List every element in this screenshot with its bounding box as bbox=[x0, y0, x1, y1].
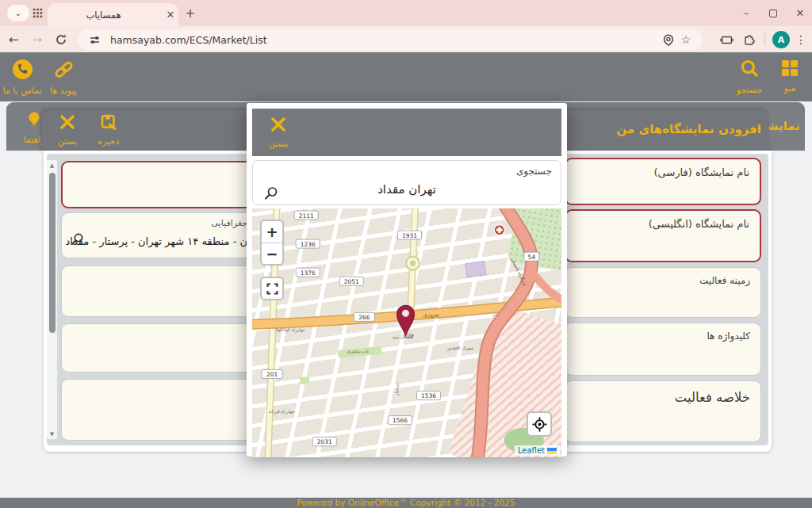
search-icon bbox=[739, 59, 760, 82]
map-overlay: پیروزی بزرگراه یاسینی چهارراه کوکاکولا چ… bbox=[252, 208, 561, 457]
leaflet-map[interactable]: پیروزی بزرگراه یاسینی چهارراه کوکاکولا چ… bbox=[252, 208, 561, 457]
map-badge: 266 bbox=[358, 314, 370, 321]
extensions-icon[interactable] bbox=[740, 33, 757, 46]
site-info-icon[interactable] bbox=[86, 34, 103, 46]
form-scrollbar[interactable]: ▲ ▼ bbox=[47, 160, 57, 439]
contact-us-label: تماس با ما bbox=[3, 86, 42, 96]
exhibition-name-fa-field[interactable]: نام نمایشگاه (فارسی) bbox=[565, 158, 761, 205]
address-bar[interactable]: hamsayab.com/ECS/Market/List ☆ bbox=[78, 29, 703, 50]
browser-window: ⌄ همسایاب ✕ + – ✕ ← → hamsayab.com/ECS/M… bbox=[0, 0, 812, 508]
geo-location-value: ن - منطقه ۱۴ شهر تهران - پرستار - مقداد bbox=[66, 235, 248, 247]
map-label-shokouri: نادر شکوری bbox=[347, 349, 370, 354]
tab-title: همسایاب bbox=[48, 10, 159, 21]
reload-icon[interactable] bbox=[51, 29, 71, 50]
new-tab-button[interactable]: + bbox=[182, 6, 198, 21]
scroll-down-icon[interactable]: ▼ bbox=[47, 429, 57, 439]
exhibition-name-fa-label: نام نمایشگاه (فارسی) bbox=[654, 166, 749, 178]
search-button[interactable]: جستجو bbox=[727, 59, 772, 95]
activity-field-label: زمینه فعالیت bbox=[699, 275, 750, 286]
map-label-farzaneh: چهارراه فرزانه bbox=[268, 409, 294, 414]
lightbulb-icon bbox=[25, 110, 43, 132]
activity-summary-label: خلاصه فعالیت bbox=[675, 390, 750, 405]
page-content: نمایشگ راهنما افزودن نمایشگاه‌های من بست… bbox=[0, 101, 812, 508]
map-zoom-control: + − bbox=[260, 220, 284, 265]
map-search-icon[interactable] bbox=[264, 186, 278, 204]
map-attribution: Leaflet bbox=[515, 445, 560, 456]
navbar-right-group: A ⋮ bbox=[718, 29, 807, 50]
geo-search-icon[interactable] bbox=[71, 232, 84, 249]
bookmark-star-icon[interactable]: ☆ bbox=[677, 33, 695, 46]
scrollbar-thumb[interactable] bbox=[49, 173, 56, 333]
profile-avatar[interactable]: A bbox=[772, 31, 790, 48]
map-search-value[interactable]: تهران مقداد bbox=[253, 182, 561, 197]
menu-button[interactable]: منو bbox=[768, 59, 812, 94]
link-icon bbox=[53, 59, 75, 83]
map-marker-pin bbox=[396, 305, 414, 338]
page-footer: Powered by OnlineOffice™ Copyright © 201… bbox=[0, 498, 812, 508]
reading-mode-icon[interactable] bbox=[718, 34, 735, 46]
back-icon[interactable]: ← bbox=[3, 29, 24, 50]
map-badge: 1536 bbox=[421, 392, 436, 399]
tab-close-icon[interactable]: ✕ bbox=[163, 7, 178, 23]
browser-tab[interactable]: همسایاب ✕ bbox=[48, 3, 178, 26]
activity-summary-field[interactable]: خلاصه فعالیت bbox=[565, 380, 761, 442]
map-dialog-close-button[interactable]: بستن bbox=[260, 116, 297, 149]
zoom-out-button[interactable]: − bbox=[262, 243, 282, 264]
keywords-label: کلیدواژه ها bbox=[707, 330, 750, 342]
map-picker-dialog: بستن جستجوی تهران مقداد bbox=[247, 103, 567, 456]
browser-menu-icon[interactable]: ⋮ bbox=[795, 33, 807, 46]
forward-icon[interactable]: → bbox=[27, 29, 48, 50]
activity-field-input[interactable]: زمینه فعالیت bbox=[565, 267, 761, 318]
window-controls: – ✕ bbox=[741, 0, 806, 26]
window-close-icon[interactable]: ✕ bbox=[795, 7, 806, 19]
zoom-in-button[interactable]: + bbox=[262, 221, 282, 243]
keywords-field[interactable]: کلیدواژه ها bbox=[565, 323, 761, 376]
close-x-icon bbox=[59, 113, 76, 134]
dialog-close-x-icon bbox=[270, 116, 287, 136]
save-button[interactable]: ذخیره bbox=[90, 113, 127, 147]
contact-us-button[interactable]: تماس با ما bbox=[0, 59, 44, 96]
exhibition-name-en-label: نام نمایشگاه (انگلیسی) bbox=[649, 218, 749, 230]
locate-me-button[interactable] bbox=[527, 411, 552, 437]
exhibition-name-en-field[interactable]: نام نمایشگاه (انگلیسی) bbox=[565, 209, 761, 262]
scroll-up-icon[interactable]: ▲ bbox=[47, 160, 57, 170]
url-text[interactable]: hamsayab.com/ECS/Market/List bbox=[110, 34, 660, 46]
map-search-box[interactable]: جستجوی تهران مقداد bbox=[252, 160, 561, 205]
fullscreen-icon bbox=[266, 283, 278, 295]
map-badge: 54 bbox=[528, 254, 536, 261]
add-exhibition-title: افزودن نمایشگاه‌های من bbox=[616, 122, 761, 136]
leaflet-link[interactable]: Leaflet bbox=[518, 446, 545, 455]
map-badge: 1931 bbox=[402, 232, 417, 239]
tab-strip: ⌄ همسایاب ✕ + – ✕ bbox=[0, 0, 812, 26]
links-label: پیوند ها bbox=[50, 86, 77, 96]
map-search-label: جستجوی bbox=[516, 166, 552, 177]
map-badge: 2051 bbox=[344, 278, 359, 285]
minimize-icon[interactable]: – bbox=[741, 7, 752, 19]
map-label-parastar: پرستار bbox=[394, 384, 400, 397]
footer-copyright: Powered by OnlineOffice™ Copyright © 201… bbox=[297, 498, 515, 508]
grid-menu-icon bbox=[780, 59, 799, 81]
navbar-divider bbox=[764, 33, 765, 46]
geo-location-label: جغرافیایی bbox=[212, 218, 247, 228]
maximize-icon[interactable] bbox=[769, 10, 777, 17]
navigation-bar: ← → hamsayab.com/ECS/Market/List ☆ A ⋮ bbox=[0, 26, 812, 52]
location-permission-icon[interactable] bbox=[660, 34, 677, 46]
site-toolbar: تماس با ما پیوند ها bbox=[0, 52, 812, 101]
links-button[interactable]: پیوند ها bbox=[41, 59, 86, 96]
map-label-coca: چهارراه کوکاکولا bbox=[275, 327, 304, 333]
save-floppy-icon bbox=[100, 113, 117, 134]
tab-search-button[interactable]: ⌄ bbox=[7, 5, 29, 21]
close-label: بستن bbox=[58, 136, 78, 147]
map-badge: 1376 bbox=[301, 269, 316, 277]
site-favicon bbox=[33, 8, 43, 18]
fullscreen-button[interactable] bbox=[260, 277, 284, 300]
map-road-label-pirouzi: پیروزی bbox=[423, 311, 439, 319]
phone-icon bbox=[12, 59, 33, 83]
map-badge: 2111 bbox=[299, 212, 314, 220]
map-badge: 201 bbox=[266, 371, 278, 378]
map-dialog-header: بستن bbox=[252, 109, 561, 156]
save-label: ذخیره bbox=[98, 136, 120, 147]
locate-icon bbox=[532, 417, 547, 432]
close-button[interactable]: بستن bbox=[49, 113, 86, 147]
ukraine-flag-icon bbox=[547, 448, 557, 454]
